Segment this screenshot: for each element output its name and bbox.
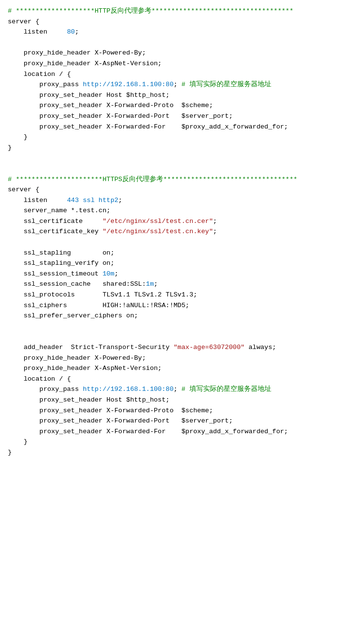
code-token: proxy_set_header Host $http_host; bbox=[39, 396, 170, 404]
code-token: 80 bbox=[47, 28, 75, 36]
code-token: ; bbox=[75, 28, 79, 36]
code-token: ; bbox=[118, 197, 122, 204]
code-token: proxy_set_header X-Forwarded-For $proxy_… bbox=[39, 428, 288, 435]
code-token: location bbox=[23, 375, 55, 383]
code-token: add_header Strict-Transport-Security bbox=[23, 344, 173, 351]
code-token: proxy_set_header X-Forwarded-Port $serve… bbox=[39, 112, 233, 120]
code-token: ssl_prefer_server_ciphers on; bbox=[23, 312, 138, 319]
code-token: http://192.168.1.100:80 bbox=[83, 386, 173, 393]
code-token: ssl_certificate_key bbox=[23, 228, 102, 235]
code-token: ssl_stapling on; bbox=[23, 249, 114, 257]
code-token: proxy_set_header X-Forwarded-Proto $sche… bbox=[39, 407, 213, 414]
code-token: 10m bbox=[102, 270, 114, 277]
code-token: ssl_session_timeout bbox=[23, 270, 102, 277]
code-token: ; bbox=[213, 218, 217, 225]
section-comment: # **********************HTTPS反向代理参考*****… bbox=[8, 176, 297, 183]
code-container: # ********************HTTP反向代理参考********… bbox=[8, 6, 333, 468]
code-token: ssl_ciphers HIGH:!aNULL:!RSA:!MD5; bbox=[23, 302, 189, 309]
code-token: always; bbox=[245, 344, 276, 351]
code-token: } bbox=[8, 144, 12, 151]
code-token: listen bbox=[23, 28, 47, 36]
code-token: ; bbox=[173, 386, 181, 393]
code-token: ; bbox=[173, 81, 181, 88]
code-token: proxy_set_header X-Forwarded-Port $serve… bbox=[39, 417, 233, 424]
code-token: location bbox=[23, 71, 55, 78]
code-token: proxy_hide_header X-Powered-By; bbox=[23, 354, 146, 362]
code-token: http://192.168.1.100:80 bbox=[83, 81, 173, 88]
code-token: proxy_hide_header X-AspNet-Version; bbox=[23, 60, 162, 67]
code-token: # 填写实际的星空服务器地址 bbox=[181, 81, 271, 88]
code-token: ; bbox=[213, 228, 217, 235]
code-token: ; bbox=[154, 280, 158, 288]
code-token: proxy_set_header X-Forwarded-For $proxy_… bbox=[39, 123, 288, 130]
code-token: ssl_protocols TLSv1.1 TLSv1.2 TLSv1.3; bbox=[23, 291, 197, 298]
code-token: } bbox=[23, 133, 27, 141]
code-token: proxy_hide_header X-Powered-By; bbox=[23, 49, 146, 56]
code-token: server_name *.test.cn; bbox=[23, 207, 110, 214]
code-token: ssl_session_cache shared:SSL: bbox=[23, 280, 146, 288]
code-token: proxy_hide_header X-AspNet-Version; bbox=[23, 365, 162, 372]
code-token: ssl_stapling_verify on; bbox=[23, 259, 114, 267]
code-token: server { bbox=[8, 186, 39, 193]
code-token: / { bbox=[55, 71, 71, 78]
section-comment: # ********************HTTP反向代理参考********… bbox=[8, 7, 293, 15]
code-token: } bbox=[8, 449, 12, 456]
code-token: 1m bbox=[146, 280, 154, 288]
code-token: "max-age=63072000" bbox=[173, 344, 245, 351]
code-token: "/etc/nginx/ssl/test.cn.cer" bbox=[102, 218, 213, 225]
code-token: listen bbox=[23, 197, 47, 204]
code-token: ; bbox=[114, 270, 118, 277]
code-token: proxy_pass bbox=[39, 386, 83, 393]
code-token: # 填写实际的星空服务器地址 bbox=[181, 386, 271, 393]
code-token: ssl_certificate bbox=[23, 218, 102, 225]
code-token: proxy_pass bbox=[39, 81, 83, 88]
code-token: 443 ssl http2 bbox=[47, 197, 118, 204]
code-token: proxy_set_header X-Forwarded-Proto $sche… bbox=[39, 102, 213, 109]
code-token: } bbox=[23, 438, 27, 445]
code-token: "/etc/nginx/ssl/test.cn.key" bbox=[102, 228, 213, 235]
code-token: proxy_set_header Host $http_host; bbox=[39, 92, 170, 99]
code-token: server { bbox=[8, 18, 39, 25]
code-token: / { bbox=[55, 375, 71, 383]
